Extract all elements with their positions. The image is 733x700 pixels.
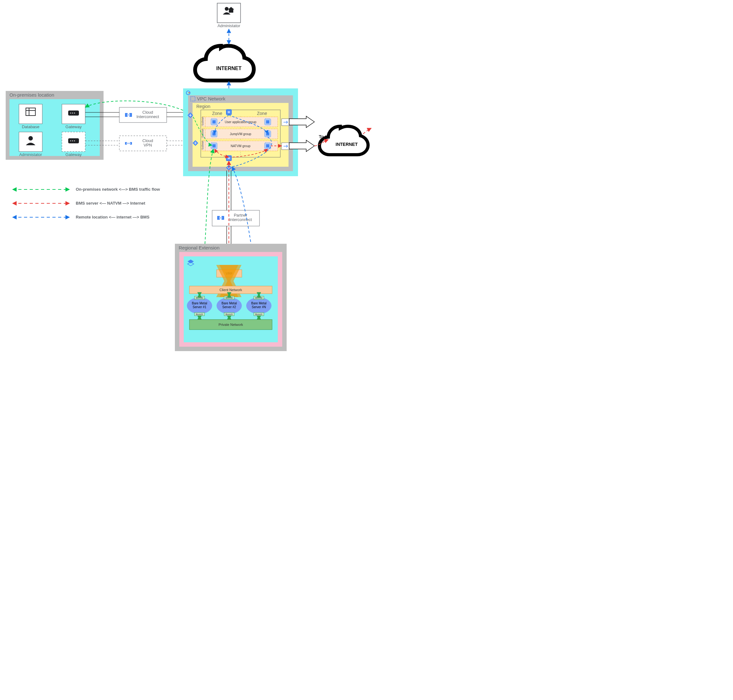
svg-point-14 bbox=[28, 136, 33, 141]
svg-rect-16 bbox=[68, 138, 79, 143]
legend-red-label: BMS server <— NATVM —> Internet bbox=[76, 201, 145, 206]
svg-point-18 bbox=[72, 141, 73, 141]
database-box: Database bbox=[19, 104, 42, 129]
cloud-vpn-label-line2: VPN bbox=[144, 143, 152, 147]
svg-rect-71 bbox=[219, 217, 222, 219]
svg-text:Bond1: Bond1 bbox=[225, 313, 233, 316]
svg-point-10 bbox=[71, 113, 71, 114]
cloud-interconnect-label-line2: Interconnect bbox=[137, 114, 159, 119]
svg-rect-13 bbox=[19, 132, 42, 151]
svg-text:Interconnect: Interconnect bbox=[229, 217, 252, 222]
svg-point-19 bbox=[74, 141, 75, 141]
client-network-label: Client Network bbox=[219, 288, 242, 292]
svg-rect-60 bbox=[266, 144, 269, 147]
svg-point-1 bbox=[225, 7, 229, 11]
administrator-top-label: Administator bbox=[217, 24, 241, 28]
svg-text:Server #2: Server #2 bbox=[222, 305, 236, 309]
svg-rect-9 bbox=[68, 110, 79, 116]
on-premises-title: On-premises location bbox=[9, 92, 54, 97]
svg-text:Bond0: Bond0 bbox=[196, 297, 203, 299]
svg-rect-48 bbox=[266, 120, 269, 124]
internet-right-label: INTERNET bbox=[336, 142, 358, 147]
legend: On-premises network <—> BMS traffic flow… bbox=[13, 187, 160, 219]
vpc-title: VPC Network bbox=[197, 96, 226, 101]
svg-text:Bond1: Bond1 bbox=[255, 313, 263, 316]
internet-top-label: INTERNET bbox=[216, 66, 241, 71]
svg-text:Bond1: Bond1 bbox=[196, 313, 203, 316]
svg-text:Bare Metal: Bare Metal bbox=[222, 301, 237, 305]
vm-icon bbox=[211, 119, 217, 125]
svg-text:Bond0: Bond0 bbox=[255, 297, 263, 299]
subnets: Subnet User application group Subnet Jum… bbox=[201, 116, 278, 151]
zone-label-2: Zone bbox=[257, 111, 267, 116]
natvm-group-label: NATVM group bbox=[231, 144, 251, 148]
svg-text:Server #N: Server #N bbox=[251, 305, 266, 309]
subnet-label-2: Subnet bbox=[201, 128, 204, 138]
svg-text:Bond0: Bond0 bbox=[225, 297, 233, 299]
vm-icon bbox=[211, 131, 217, 137]
svg-point-11 bbox=[72, 113, 73, 114]
gateway-label-1: Gateway bbox=[65, 124, 82, 129]
regional-extension-container: Regional Extension VRF Client Network Ba… bbox=[175, 244, 286, 351]
database-label: Database bbox=[22, 124, 40, 129]
subnet-label-1: Subnet bbox=[201, 116, 204, 126]
svg-rect-4 bbox=[19, 104, 42, 124]
internet-cloud-top: INTERNET bbox=[195, 46, 254, 81]
svg-text:Bare Metal: Bare Metal bbox=[192, 301, 207, 305]
svg-point-12 bbox=[74, 113, 75, 114]
administrator-top-box: Administator bbox=[217, 3, 241, 28]
svg-rect-0 bbox=[217, 3, 241, 23]
svg-rect-27 bbox=[126, 143, 131, 144]
regional-extension-title: Regional Extension bbox=[179, 245, 219, 250]
gateway-icon-bottom bbox=[226, 155, 232, 161]
svg-rect-58 bbox=[213, 144, 216, 147]
svg-rect-52 bbox=[213, 132, 216, 135]
vrf-label: VRF bbox=[226, 272, 233, 275]
subnet-label-3: Subnet bbox=[201, 141, 204, 150]
cloud-interconnect-label-line1: Cloud bbox=[142, 110, 153, 115]
partner-interconnect-box: Partner Interconnect bbox=[212, 210, 260, 226]
jumpvm-group-label: JumpVM group bbox=[230, 132, 251, 136]
administrator-box: Administator bbox=[19, 132, 42, 157]
legend-green-label: On-premises network <—> BMS traffic flow bbox=[76, 187, 160, 192]
svg-text:Server #1: Server #1 bbox=[192, 305, 206, 309]
on-premises-container: On-premises location Database Gateway Ad… bbox=[6, 91, 104, 160]
svg-rect-23 bbox=[127, 114, 130, 116]
vm-icon bbox=[211, 143, 217, 149]
gateway-icon-top bbox=[226, 109, 232, 115]
cloud-vpn-label-line1: Cloud bbox=[142, 138, 153, 143]
svg-text:Bare Metal: Bare Metal bbox=[251, 301, 266, 305]
gateway-label-2: Gateway bbox=[65, 152, 82, 157]
region-label: Region bbox=[196, 104, 210, 109]
svg-rect-46 bbox=[213, 120, 216, 124]
cloud-vpn-box: Cloud VPN bbox=[119, 136, 167, 151]
legend-blue-label: Remote location <— internet —> BMS bbox=[76, 215, 150, 219]
architecture-diagram: Administator INTERNET On-premises locati… bbox=[0, 0, 379, 360]
svg-point-17 bbox=[71, 141, 71, 141]
vm-icon bbox=[264, 119, 271, 125]
administrator-label: Administator bbox=[19, 152, 42, 157]
zone-label-1: Zone bbox=[212, 111, 222, 116]
vpc-container: VPC Network Region Zone Zone Subnet User… bbox=[183, 88, 298, 176]
cloud-interconnect-box: Cloud Interconnect bbox=[119, 107, 167, 122]
private-network-label: Private Network bbox=[219, 323, 243, 326]
